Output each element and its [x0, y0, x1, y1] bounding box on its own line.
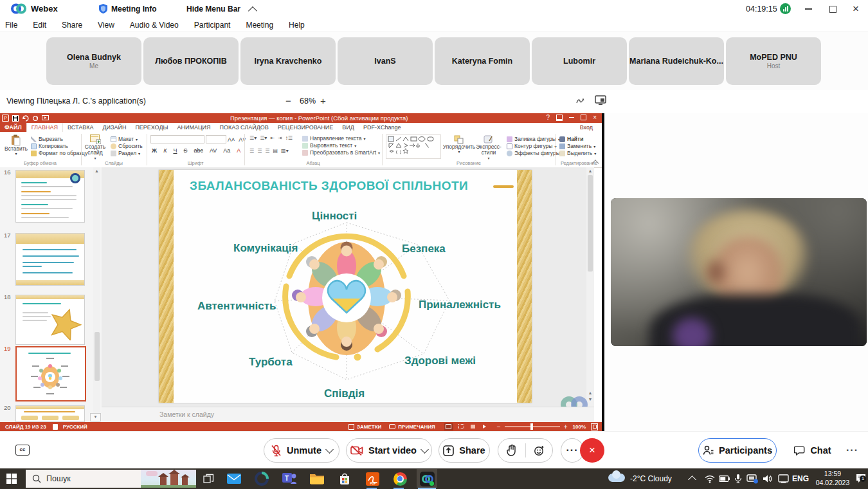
emoji-reactions-icon[interactable]: [526, 445, 553, 456]
notes-toggle[interactable]: ЗАМЕТКИ: [348, 424, 381, 430]
slide-thumbnail-19-selected[interactable]: [15, 346, 86, 401]
clock[interactable]: 13:59 04.02.2023: [813, 470, 853, 487]
participant-tile[interactable]: Lubomir: [532, 37, 627, 85]
screen-share-tray-icon[interactable]: [745, 471, 760, 486]
notes-pane[interactable]: Заметки к слайду: [102, 407, 594, 423]
maximize-button[interactable]: [823, 1, 842, 17]
tab-insert[interactable]: ВСТАВКА: [63, 123, 98, 132]
ppt-minimize-icon[interactable]: [569, 117, 574, 118]
zoom-slider[interactable]: [505, 426, 560, 427]
participant-tile[interactable]: Любов ПРОКОПІВ: [143, 37, 239, 85]
ppt-restore-icon[interactable]: [581, 115, 586, 120]
normal-view-button[interactable]: [444, 423, 453, 430]
raise-hand-icon[interactable]: [498, 445, 525, 456]
chevron-up-icon[interactable]: [248, 6, 257, 15]
weather-status[interactable]: -2°C Cloudy: [630, 474, 672, 483]
mail-app-icon[interactable]: [226, 471, 242, 486]
notes-collapse-button[interactable]: ▼: [90, 413, 101, 421]
status-zoom-out[interactable]: −: [497, 423, 501, 430]
task-view-button[interactable]: [201, 471, 216, 486]
webex-meetings-app-icon[interactable]: [419, 471, 435, 486]
chrome-icon[interactable]: [392, 471, 408, 486]
annotate-pen-icon[interactable]: [575, 96, 586, 109]
language-status[interactable]: РУССКИЙ: [63, 424, 87, 430]
share-button[interactable]: Share: [439, 438, 490, 463]
zoom-in-button[interactable]: +: [320, 95, 326, 106]
start-video-button[interactable]: Start video: [346, 438, 432, 463]
wifi-icon[interactable]: [702, 471, 718, 486]
pdf-app-icon[interactable]: PDF: [365, 471, 380, 486]
fit-slide-icon[interactable]: [591, 423, 598, 430]
participant-tile[interactable]: Olena BudnykMe: [46, 37, 141, 85]
tab-file[interactable]: ФАЙЛ: [0, 123, 26, 132]
zoom-out-button[interactable]: −: [285, 95, 291, 106]
menu-audio-video[interactable]: Audio & Video: [130, 21, 179, 30]
slide-scrollbar[interactable]: ▲ ▲ ▼: [586, 167, 594, 407]
unmute-button[interactable]: Unmute: [264, 438, 339, 463]
ribbon-display-icon[interactable]: [556, 115, 563, 121]
participant-tile[interactable]: IvanS: [338, 37, 433, 85]
minimize-button[interactable]: [799, 1, 818, 17]
more-panels-button[interactable]: ···: [846, 445, 858, 456]
prev-slide-icon[interactable]: ▲: [586, 391, 594, 395]
unmute-options-chevron[interactable]: [325, 445, 334, 454]
tab-view[interactable]: ВИД: [338, 123, 359, 132]
chat-panel-button[interactable]: Chat: [786, 438, 840, 463]
participant-tile[interactable]: Iryna Kravchenko: [240, 37, 336, 85]
status-zoom-in[interactable]: +: [564, 423, 568, 430]
menu-participant[interactable]: Participant: [194, 21, 231, 30]
tray-overflow-chevron-icon[interactable]: [688, 475, 696, 484]
tab-design[interactable]: ДИЗАЙН: [98, 123, 131, 132]
speaker-video-overlay[interactable]: [611, 198, 867, 346]
participant-tile[interactable]: Mariana Rudeichuk-Ko...: [629, 37, 724, 85]
notification-center-icon[interactable]: 1: [854, 471, 868, 486]
slide-thumbnail-17[interactable]: [15, 233, 85, 286]
menu-help[interactable]: Help: [289, 21, 305, 30]
menu-share[interactable]: Share: [62, 21, 82, 30]
leave-meeting-button[interactable]: ×: [580, 438, 604, 463]
file-explorer-icon[interactable]: [309, 471, 325, 486]
next-slide-icon[interactable]: ▼: [586, 397, 594, 401]
cast-display-icon[interactable]: [775, 471, 791, 486]
slide-sorter-view-button[interactable]: [457, 423, 466, 430]
tab-pdfxchange[interactable]: PDF-XChange: [359, 123, 406, 132]
zoom-percent[interactable]: 100%: [573, 424, 586, 430]
search-highlight-art[interactable]: [141, 470, 196, 488]
webex-circle-app-icon[interactable]: [254, 471, 269, 486]
reactions-button[interactable]: [498, 438, 553, 463]
repeat-icon[interactable]: [32, 115, 39, 122]
participants-panel-button[interactable]: Participants: [698, 438, 777, 463]
ppt-signin[interactable]: Вход: [580, 123, 602, 132]
tab-animations[interactable]: АНИМАЦИЯ: [172, 123, 215, 132]
scroll-up-icon[interactable]: ▲: [93, 167, 100, 173]
microsoft-store-icon[interactable]: [337, 471, 352, 486]
hide-menu-bar-button[interactable]: Hide Menu Bar: [186, 5, 240, 14]
slide-canvas[interactable]: ЗБАЛАНСОВАНІСТЬ ЗДОРОВОЇ СПІЛЬНОТИ: [159, 170, 532, 403]
teams-app-icon[interactable]: T: [282, 471, 297, 486]
slide-thumbnail-16[interactable]: [15, 170, 85, 223]
slide-thumbnail-18[interactable]: [15, 295, 85, 345]
microphone-tray-icon[interactable]: [730, 471, 746, 486]
slide-scroll-thumb[interactable]: [588, 175, 593, 272]
meeting-info-button[interactable]: Meeting Info: [111, 5, 157, 14]
slideshow-view-button[interactable]: [480, 423, 489, 430]
language-indicator[interactable]: ENG: [792, 474, 809, 483]
slide-thumbnail-20[interactable]: [15, 405, 85, 422]
video-options-chevron[interactable]: [420, 445, 429, 454]
thumbnail-scroll-thumb[interactable]: [95, 332, 100, 381]
close-button[interactable]: ×: [846, 1, 865, 17]
reading-view-button[interactable]: [469, 423, 478, 430]
tab-home[interactable]: ГЛАВНАЯ: [26, 123, 63, 132]
comments-toggle[interactable]: ПРИМЕЧАНИЯ: [389, 424, 435, 430]
audio-signal-icon[interactable]: [780, 3, 791, 14]
slide-scroll-up-icon[interactable]: ▲: [586, 167, 594, 173]
start-button[interactable]: [6, 474, 17, 486]
spellcheck-icon[interactable]: [53, 424, 58, 430]
speaker-icon[interactable]: [760, 471, 775, 486]
remote-screen-icon[interactable]: [595, 95, 606, 109]
menu-meeting[interactable]: Meeting: [246, 21, 273, 30]
tab-slideshow[interactable]: ПОКАЗ СЛАЙДОВ: [215, 123, 273, 132]
menu-edit[interactable]: Edit: [33, 21, 46, 30]
tab-review[interactable]: РЕЦЕНЗИРОВАНИЕ: [273, 123, 338, 132]
menu-file[interactable]: File: [5, 21, 17, 30]
